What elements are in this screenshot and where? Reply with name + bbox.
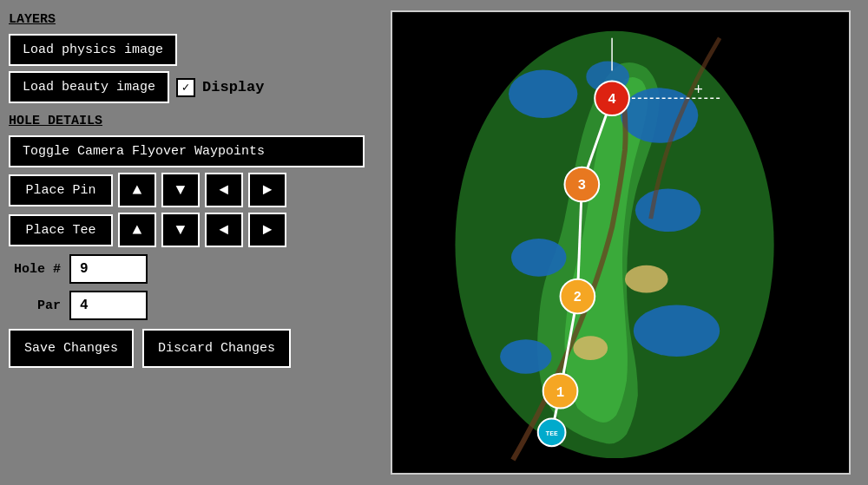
display-checkbox[interactable]: ✓ (176, 78, 195, 97)
svg-text:3: 3 (578, 178, 587, 193)
left-panel: LAYERS Load physics image Load beauty im… (0, 0, 373, 485)
svg-text:+: + (694, 82, 703, 99)
toggle-camera-button[interactable]: Toggle Camera Flyover Waypoints (9, 135, 365, 167)
hole-number-label: Hole # (9, 262, 61, 277)
svg-point-5 (511, 239, 567, 277)
course-map: 1 2 3 4 + TEE (391, 10, 851, 475)
hole-details-title: HOLE DETAILS (9, 114, 365, 128)
place-pin-left-button[interactable]: ◄ (205, 173, 243, 207)
place-pin-button[interactable]: Place Pin (9, 174, 113, 206)
load-beauty-button[interactable]: Load beauty image (9, 71, 169, 103)
layers-title: LAYERS (9, 12, 365, 27)
svg-text:1: 1 (556, 385, 565, 401)
course-svg: 1 2 3 4 + TEE (392, 12, 849, 473)
place-tee-left-button[interactable]: ◄ (205, 213, 243, 247)
par-input[interactable] (69, 291, 148, 320)
load-physics-button[interactable]: Load physics image (9, 34, 177, 66)
place-pin-right-button[interactable]: ► (248, 173, 286, 207)
hole-number-row: Hole # (9, 254, 365, 284)
place-tee-right-button[interactable]: ► (248, 213, 286, 247)
right-panel: 1 2 3 4 + TEE (373, 0, 868, 485)
svg-text:2: 2 (574, 290, 582, 305)
save-changes-button[interactable]: Save Changes (9, 329, 134, 368)
hole-number-input[interactable] (69, 254, 148, 284)
place-tee-row: Place Tee ▲ ▼ ◄ ► (9, 213, 365, 247)
svg-point-6 (634, 305, 720, 357)
svg-point-10 (573, 336, 608, 360)
load-physics-row: Load physics image (9, 34, 365, 66)
place-tee-button[interactable]: Place Tee (9, 214, 113, 246)
par-label: Par (9, 298, 61, 313)
svg-point-2 (509, 70, 577, 119)
svg-point-4 (635, 188, 700, 232)
place-tee-up-button[interactable]: ▲ (118, 213, 156, 247)
load-beauty-row: Load beauty image ✓ Display (9, 71, 365, 103)
svg-point-7 (500, 339, 552, 374)
par-row: Par (9, 291, 365, 320)
discard-changes-button[interactable]: Discard Changes (142, 329, 291, 368)
svg-text:TEE: TEE (545, 429, 558, 437)
svg-text:4: 4 (608, 92, 616, 108)
bottom-buttons: Save Changes Discard Changes (9, 329, 365, 368)
place-tee-down-button[interactable]: ▼ (161, 213, 200, 247)
display-label: Display (202, 79, 264, 95)
place-pin-row: Place Pin ▲ ▼ ◄ ► (9, 173, 365, 207)
svg-point-9 (625, 265, 668, 293)
place-pin-down-button[interactable]: ▼ (161, 173, 200, 207)
place-pin-up-button[interactable]: ▲ (118, 173, 156, 207)
